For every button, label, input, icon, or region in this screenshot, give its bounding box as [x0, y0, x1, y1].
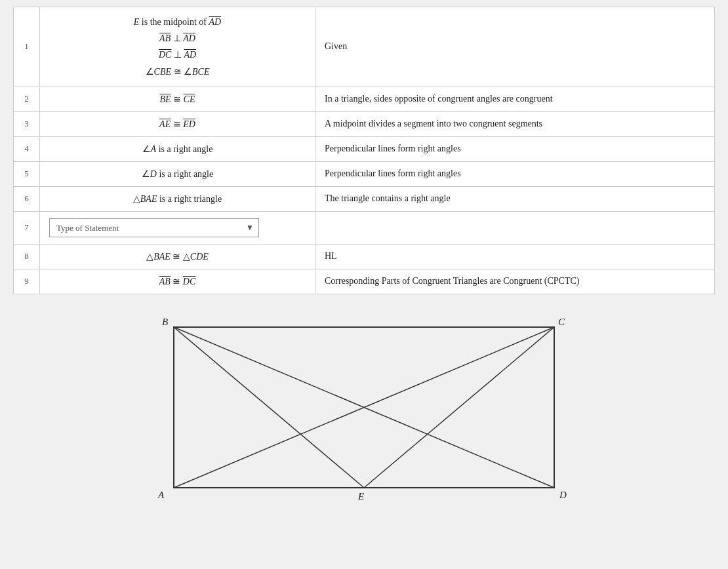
diagonal-ce	[364, 327, 554, 488]
reason-cell-6: The triangle contains a right angle	[315, 186, 715, 211]
table-row: 1 E is the midpoint of AD AB ⊥ AD DC ⊥ A…	[14, 7, 715, 87]
reason-cell-4: Perpendicular lines form right angles	[315, 136, 715, 161]
row-number: 4	[14, 136, 40, 161]
statement-line-4: ∠CBE ≅ ∠BCE	[49, 64, 306, 80]
row-number: 5	[14, 161, 40, 186]
statement-cell-9: AB ≅ DC	[40, 269, 315, 294]
proof-table: 1 E is the midpoint of AD AB ⊥ AD DC ⊥ A…	[13, 7, 715, 294]
row-number: 8	[14, 244, 40, 269]
row-number: 6	[14, 186, 40, 211]
statement-line-1: E is the midpoint of AD	[49, 14, 306, 30]
table-row: 7 Type of Statement Given Definition The…	[14, 211, 715, 244]
diagonal-be	[174, 327, 364, 488]
multi-statement: E is the midpoint of AD AB ⊥ AD DC ⊥ AD …	[49, 14, 306, 80]
reason-cell-2: In a triangle, sides opposite of congrue…	[315, 87, 715, 111]
table-row: 8 △BAE ≅ △CDE HL	[14, 244, 715, 269]
row-number: 7	[14, 211, 40, 244]
row-number: 9	[14, 269, 40, 294]
label-b: B	[162, 317, 168, 328]
statement-cell-2: BE ≅ CE	[40, 87, 315, 111]
label-d: D	[559, 490, 567, 501]
reason-cell-3: A midpoint divides a segment into two co…	[315, 111, 715, 136]
label-a: A	[158, 490, 164, 501]
label-c: C	[558, 317, 565, 328]
statement-cell-3: AE ≅ ED	[40, 111, 315, 136]
statement-cell-4: ∠A is a right angle	[40, 136, 315, 161]
table-row: 4 ∠A is a right angle Perpendicular line…	[14, 136, 715, 161]
row-number: 1	[14, 7, 40, 87]
table-row: 2 BE ≅ CE In a triangle, sides opposite …	[14, 87, 715, 111]
table-row: 3 AE ≅ ED A midpoint divides a segment i…	[14, 111, 715, 136]
statement-line-3: DC ⊥ AD	[49, 47, 306, 63]
reason-cell-5: Perpendicular lines form right angles	[315, 161, 715, 186]
diagram-area: B C A E D	[13, 307, 715, 524]
statement-cell-8: △BAE ≅ △CDE	[40, 244, 315, 269]
row-number: 3	[14, 111, 40, 136]
reason-cell-9: Corresponding Parts of Congruent Triangl…	[315, 269, 715, 294]
table-row: 6 △BAE is a right triangle The triangle …	[14, 186, 715, 211]
statement-cell-5: ∠D is a right angle	[40, 161, 315, 186]
reason-cell-7	[315, 211, 715, 244]
table-row: 5 ∠D is a right angle Perpendicular line…	[14, 161, 715, 186]
diagram-container: B C A E D	[134, 314, 594, 511]
statement-cell-7[interactable]: Type of Statement Given Definition Theor…	[40, 211, 315, 244]
row-number: 2	[14, 87, 40, 111]
geometry-diagram	[134, 314, 594, 511]
dropdown-wrapper[interactable]: Type of Statement Given Definition Theor…	[49, 218, 259, 237]
statement-cell-1: E is the midpoint of AD AB ⊥ AD DC ⊥ AD …	[40, 7, 315, 87]
label-e: E	[358, 491, 364, 502]
statement-line-2: AB ⊥ AD	[49, 30, 306, 47]
reason-cell-1: Given	[315, 7, 715, 87]
table-row: 9 AB ≅ DC Corresponding Parts of Congrue…	[14, 269, 715, 294]
statement-cell-6: △BAE is a right triangle	[40, 186, 315, 211]
type-of-statement-dropdown[interactable]: Type of Statement Given Definition Theor…	[49, 218, 259, 237]
reason-cell-8: HL	[315, 244, 715, 269]
